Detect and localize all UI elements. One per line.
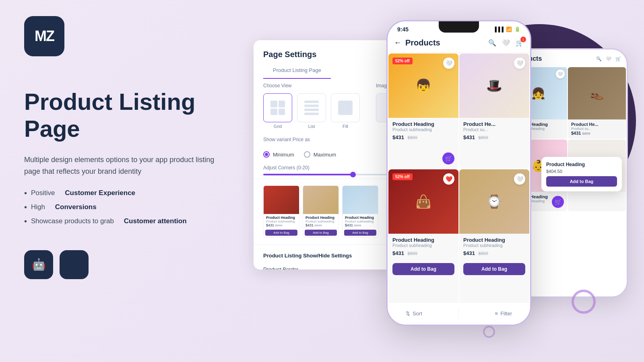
discount-badge-1: 52% off [392, 58, 413, 64]
logo-box: MZ [24, 16, 64, 56]
list-view-option[interactable] [297, 93, 326, 122]
heart-3[interactable]: ❤️ [443, 173, 454, 185]
floating-card: Product Heading $404.50 Add to Bag [541, 157, 622, 191]
search-icon[interactable]: 🔍 [488, 39, 496, 47]
apple-button[interactable] [60, 250, 89, 279]
heart-4[interactable]: 🤍 [514, 173, 525, 185]
settings-mini-add-bag[interactable]: Add to Bag [265, 230, 297, 236]
settings-tab[interactable]: Product Listing Page [263, 62, 331, 79]
fill-view-option[interactable] [331, 93, 360, 122]
hero-description: Multiple design elements options to your… [24, 154, 217, 177]
product-card-1[interactable]: 👦 52% off 🤍 Product Heading Product subh… [388, 53, 458, 169]
heart-2[interactable]: 🤍 [514, 58, 525, 69]
sec-img-2: 👞 [568, 67, 626, 119]
sec-product-2: 👞 Product He... Product su... $431 $899 [568, 67, 626, 139]
settings-mini-add-bag-2[interactable]: Add to Bag [305, 230, 337, 236]
main-heading: Product Listing Page [24, 88, 258, 142]
phone-notch [439, 21, 479, 33]
sort-button[interactable]: ⇅ Sort [406, 311, 422, 317]
product-card-2[interactable]: 🎩 🤍 Product He... Product su... $431 $89… [459, 53, 529, 169]
phone-time: 9:45 [397, 26, 409, 33]
product-info-4: Product Heading Product subheading $431 … [459, 234, 529, 261]
wishlist-icon[interactable]: 🤍 [502, 39, 510, 47]
heart-1[interactable]: 🤍 [443, 58, 454, 69]
floating-card-add-bag[interactable]: Add to Bag [546, 176, 617, 187]
radio-dot-max [304, 151, 310, 158]
back-icon[interactable]: ← [394, 39, 401, 47]
logo-text: MZ [35, 29, 54, 43]
floating-card-price: $404.50 [546, 169, 617, 174]
cart-btn-1[interactable]: 🛒 [442, 152, 454, 165]
phone-bottom-bar: ⇅ Sort ≡ Filter [388, 302, 530, 325]
right-section: Page Settings Product Listing Page Choos… [250, 0, 644, 362]
platform-icons: 🤖 [24, 250, 258, 279]
view-options [263, 93, 360, 122]
filter-button[interactable]: ≡ Filter [495, 311, 512, 317]
cart-icon[interactable]: 🛒1 [516, 39, 524, 47]
add-to-bag-btn-3[interactable]: Add to Bag [392, 263, 454, 275]
product-info-2: Product He... Product su... $431 $899 [459, 118, 529, 145]
radio-maximum[interactable]: Maximum [304, 151, 336, 158]
phone-header: ← Products 🔍 🤍 🛒1 [388, 35, 530, 53]
bottom-divider [458, 309, 459, 319]
radio-minimum[interactable]: Minimum [263, 151, 294, 158]
deco-ring-1 [572, 290, 596, 314]
sec-cart-3[interactable]: 🛒 [552, 196, 564, 208]
product-info-1: Product Heading Product subheading $431 … [388, 118, 458, 145]
secondary-phone-icons: 🔍🤍🛒 [596, 56, 621, 62]
discount-badge-3: 52% off [392, 173, 413, 180]
phone-products-title: Products [405, 38, 440, 47]
choose-view-label: Choose View [263, 83, 360, 88]
bullet-list: Positive Customer Experience High Conver… [24, 189, 258, 226]
grid-view-option[interactable] [263, 93, 292, 122]
deco-ring-2 [483, 326, 495, 338]
products-grid: 👦 52% off 🤍 Product Heading Product subh… [388, 53, 530, 304]
phone-header-action-icons: 🔍 🤍 🛒1 [488, 39, 524, 47]
product-card-3[interactable]: 👜 52% off ❤️ Product Heading Product sub… [388, 169, 458, 303]
floating-card-heading: Product Heading [546, 162, 617, 167]
main-phone: 9:45 ▐▐▐ 📶 🔋 ← Products 🔍 🤍 🛒1 [386, 20, 531, 326]
android-button[interactable]: 🤖 [24, 250, 53, 279]
bullet-item-1: Positive Customer Experience [24, 189, 258, 198]
sort-icon: ⇅ [406, 311, 410, 317]
radio-dot-min [263, 151, 270, 158]
phone-status-icons: ▐▐▐ 📶 🔋 [493, 27, 520, 32]
product-card-4[interactable]: ⌚ 🤍 Product Heading Product subheading $… [459, 169, 529, 303]
product-info-3: Product Heading Product subheading $431 … [388, 234, 458, 261]
bullet-item-3: Showcase products to grab Customer atten… [24, 217, 258, 226]
filter-icon: ≡ [495, 311, 498, 317]
left-section: MZ Product Listing Page Multiple design … [24, 16, 258, 279]
settings-mini-add-bag-3[interactable]: Add to Bag [344, 230, 376, 236]
sec-heart-1[interactable]: 🤍 [556, 70, 565, 78]
add-to-bag-btn-4[interactable]: Add to Bag [463, 263, 525, 275]
bullet-item-2: High Conversions [24, 203, 258, 212]
view-labels: Grid List Fill [263, 124, 360, 129]
